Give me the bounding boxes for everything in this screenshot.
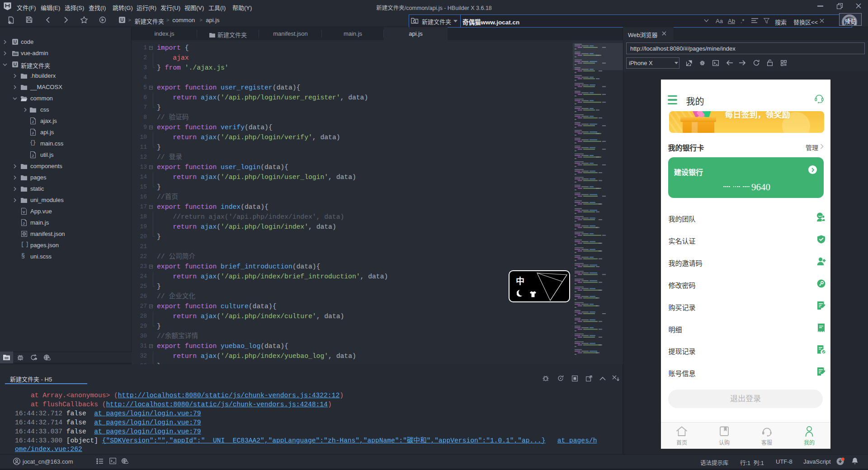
svg-text:V: V bbox=[23, 210, 25, 214]
svg-text:J: J bbox=[23, 221, 24, 225]
svg-text:J: J bbox=[32, 119, 33, 123]
svg-text:J: J bbox=[32, 153, 33, 157]
svg-text:J: J bbox=[32, 131, 33, 135]
